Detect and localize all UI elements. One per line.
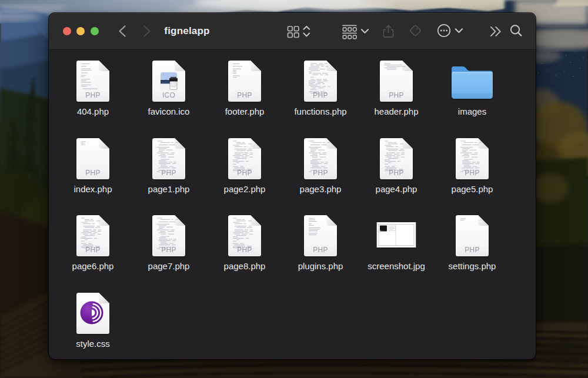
svg-text:PHP: PHP — [237, 169, 252, 177]
svg-text:PHP: PHP — [237, 91, 252, 99]
svg-text:PHP: PHP — [465, 246, 480, 254]
svg-text:ICO: ICO — [162, 91, 175, 99]
svg-text:PHP: PHP — [313, 246, 328, 254]
svg-text:PHP: PHP — [161, 246, 176, 254]
svg-text:PHP: PHP — [85, 169, 101, 177]
svg-text:PHP: PHP — [85, 246, 101, 254]
svg-text:PHP: PHP — [389, 169, 404, 177]
svg-text:PHP: PHP — [237, 246, 252, 254]
svg-text:PHP: PHP — [313, 91, 328, 99]
svg-text:PHP: PHP — [389, 91, 404, 99]
svg-text:PHP: PHP — [161, 169, 176, 177]
svg-text:PHP: PHP — [313, 169, 328, 177]
svg-text:PHP: PHP — [85, 91, 101, 99]
svg-text:PHP: PHP — [465, 169, 480, 177]
